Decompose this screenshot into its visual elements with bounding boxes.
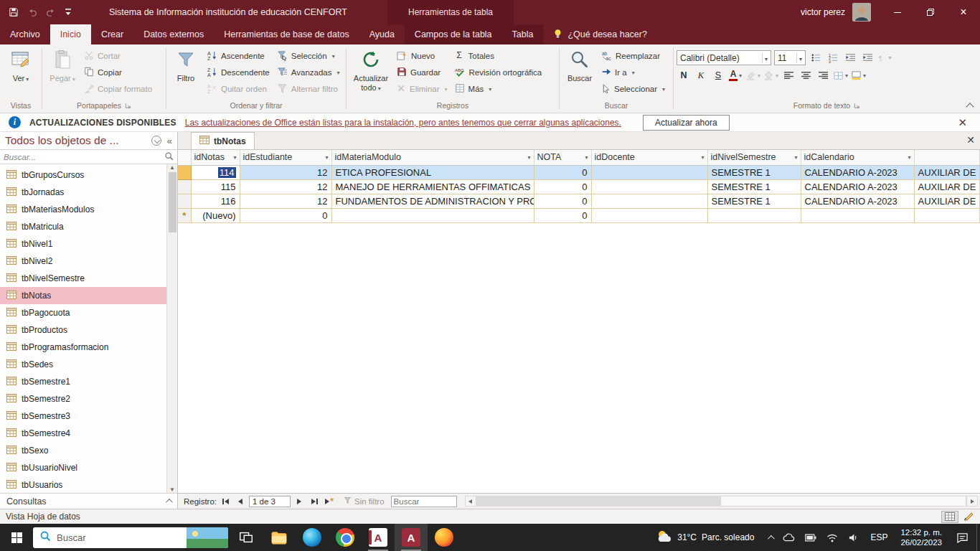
last-record-button[interactable]: [308, 496, 321, 507]
cell[interactable]: MANEJO DE HERRAMIENTAS OFFIMATICAS: [331, 179, 534, 194]
access-app-button[interactable]: A: [395, 524, 428, 551]
minimize-button[interactable]: [881, 0, 914, 24]
sidebar-table-item[interactable]: tbProductos: [0, 321, 166, 339]
paste-button[interactable]: Pegar: [45, 47, 80, 83]
cell[interactable]: 12: [240, 165, 331, 179]
gridlines-button[interactable]: [833, 68, 848, 83]
undo-icon[interactable]: [27, 7, 37, 17]
cell[interactable]: 0: [240, 208, 331, 222]
sidebar-table-item[interactable]: tbSedes: [0, 356, 166, 373]
column-header[interactable]: idDocente▾: [591, 150, 707, 165]
bullets-button[interactable]: [809, 51, 823, 65]
battery-icon[interactable]: [800, 534, 821, 542]
filter-state[interactable]: Sin filtro: [344, 496, 385, 506]
cell[interactable]: 115: [191, 179, 240, 194]
filter-button[interactable]: Filtro: [169, 47, 202, 83]
cell[interactable]: SEMESTRE 1: [707, 179, 801, 194]
start-button[interactable]: [0, 524, 33, 551]
tab-inicio[interactable]: Inicio: [50, 24, 91, 44]
select-all-header[interactable]: [178, 150, 191, 165]
sidebar-table-item[interactable]: tbProgramasformacion: [0, 339, 166, 356]
user-avatar[interactable]: [852, 3, 871, 22]
edge-button[interactable]: [296, 524, 329, 551]
cell[interactable]: AUXILIAR DE: [914, 165, 979, 179]
column-dropdown-icon[interactable]: ▾: [701, 154, 704, 161]
select-button[interactable]: Seleccionar: [598, 81, 668, 97]
tab-ayuda[interactable]: Ayuda: [359, 24, 405, 44]
column-dropdown-icon[interactable]: ▾: [794, 154, 797, 161]
save-icon[interactable]: [9, 7, 19, 17]
tab-tabla[interactable]: Tabla: [502, 24, 544, 44]
new-blank-record-button[interactable]: *: [323, 496, 336, 507]
column-header[interactable]: idNotas▾: [191, 150, 240, 165]
sidebar-table-item[interactable]: tbSemestre4: [0, 425, 166, 442]
decrease-indent-button[interactable]: [843, 51, 857, 65]
update-now-button[interactable]: Actualizar ahora: [643, 115, 730, 131]
next-record-button[interactable]: [293, 496, 306, 507]
close-button[interactable]: ×: [947, 0, 980, 24]
scrollbar-thumb[interactable]: [169, 172, 176, 232]
sort-descending-button[interactable]: ZA Descendente: [204, 65, 273, 80]
action-center-icon[interactable]: [948, 524, 976, 551]
row-selector[interactable]: [178, 179, 191, 194]
totals-button[interactable]: Σ Totales: [452, 48, 545, 64]
increase-indent-button[interactable]: [860, 51, 875, 65]
cell[interactable]: [591, 179, 707, 194]
sidebar-table-item[interactable]: tbMatricula: [0, 218, 166, 235]
cell[interactable]: [331, 208, 534, 222]
cell[interactable]: FUNDAMENTOS DE ADMINISTRACION Y PROC: [331, 194, 534, 208]
tab-datos-externos[interactable]: Datos externos: [133, 24, 214, 44]
sidebar-table-item[interactable]: tbPagocuota: [0, 304, 166, 321]
taskbar-clock[interactable]: 12:32 p. m. 26/02/2023: [894, 527, 948, 548]
tab-herramientas-bd[interactable]: Herramientas de base de datos: [214, 24, 359, 44]
advanced-filter-button[interactable]: Avanzadas: [274, 65, 343, 80]
signed-in-user[interactable]: victor perez: [801, 7, 845, 17]
scroll-down-icon[interactable]: ▼: [169, 486, 175, 493]
column-header[interactable]: idEstudiante▾: [240, 150, 331, 165]
cell[interactable]: [707, 208, 801, 222]
chrome-button[interactable]: [329, 524, 362, 551]
scroll-up-icon[interactable]: ▲: [169, 164, 175, 171]
refresh-all-button[interactable]: Actualizar todo: [349, 47, 392, 93]
highlight-color-button[interactable]: [745, 68, 760, 83]
cell[interactable]: 12: [240, 179, 331, 194]
column-dropdown-icon[interactable]: ▾: [233, 154, 236, 161]
wifi-icon[interactable]: [821, 533, 843, 542]
access-file-button[interactable]: A: [362, 524, 395, 551]
first-record-button[interactable]: [219, 496, 232, 507]
cell[interactable]: CALENDARIO A-2023: [801, 194, 914, 208]
navigation-scrollbar[interactable]: ▲ ▼: [166, 164, 177, 493]
spelling-button[interactable]: ABC Revisión ortográfica: [452, 65, 545, 80]
more-records-button[interactable]: Más: [452, 81, 545, 97]
background-color-button[interactable]: [763, 68, 778, 83]
view-button[interactable]: Ver: [3, 47, 39, 83]
sidebar-table-item[interactable]: tbUsuarios: [0, 476, 166, 493]
pane-menu-icon[interactable]: [151, 136, 161, 146]
sidebar-table-item[interactable]: tbNivel1: [0, 235, 166, 253]
cell[interactable]: SEMESTRE 1: [707, 165, 801, 179]
numbering-button[interactable]: 123: [826, 51, 840, 65]
italic-button[interactable]: K: [694, 68, 708, 83]
toggle-filter-button[interactable]: Alternar filtro: [274, 81, 343, 97]
cell[interactable]: 0: [534, 208, 591, 222]
sidebar-table-item[interactable]: tbGruposCursos: [0, 166, 166, 184]
column-header[interactable]: idNivelSemestre▾: [707, 150, 801, 165]
cut-button[interactable]: Cortar: [81, 48, 155, 64]
tell-me-box[interactable]: ¿Qué desea hacer?: [543, 24, 657, 44]
cell[interactable]: CALENDARIO A-2023: [801, 165, 914, 179]
firefox-button[interactable]: [428, 524, 461, 551]
column-header[interactable]: idCalendario▾: [801, 150, 914, 165]
delete-record-button[interactable]: Eliminar: [394, 81, 451, 97]
cell[interactable]: CALENDARIO A-2023: [801, 179, 914, 194]
cell[interactable]: [591, 165, 707, 179]
cell[interactable]: AUXILIAR DE: [914, 194, 979, 208]
column-dropdown-icon[interactable]: ▾: [527, 154, 530, 161]
volume-icon[interactable]: [843, 533, 864, 542]
sidebar-table-item[interactable]: tbNotas: [0, 287, 166, 304]
show-desktop-button[interactable]: [976, 524, 980, 551]
sidebar-table-item[interactable]: tbUsuarioNivel: [0, 459, 166, 476]
search-box-image[interactable]: [187, 527, 228, 548]
restore-button[interactable]: [914, 0, 947, 24]
bold-button[interactable]: N: [677, 68, 691, 83]
overflow-column-header[interactable]: [914, 150, 979, 165]
